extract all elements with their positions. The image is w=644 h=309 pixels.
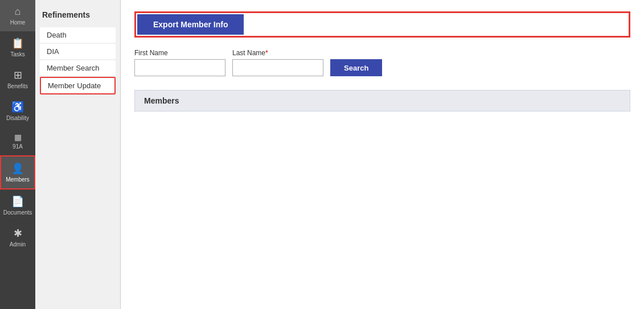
nav-item-home[interactable]: ⌂ Home [0, 0, 35, 31]
disability-icon: ♿ [11, 101, 24, 113]
last-name-field-group: Last Name* [232, 49, 323, 76]
nav-label-benefits: Benefits [7, 83, 28, 89]
left-nav: ⌂ Home 📋 Tasks ⊞ Benefits ♿ Disability ▦… [0, 0, 35, 309]
nav-label-members: Members [6, 176, 30, 183]
admin-icon: ✱ [14, 227, 22, 240]
nav-item-benefits[interactable]: ⊞ Benefits [0, 63, 35, 95]
required-indicator: * [265, 49, 268, 57]
nav-item-documents[interactable]: 📄 Documents [0, 189, 35, 221]
first-name-field-group: First Name [134, 49, 225, 76]
sidebar: Refinements Death DIA Member Search Memb… [35, 0, 121, 309]
sidebar-item-member-search[interactable]: Member Search [40, 60, 116, 76]
nav-item-disability[interactable]: ♿ Disability [0, 95, 35, 127]
documents-icon: 📄 [11, 195, 24, 208]
home-icon: ⌂ [15, 6, 21, 18]
members-icon: 👤 [11, 162, 24, 175]
nav-label-disability: Disability [6, 115, 29, 121]
benefits-icon: ⊞ [14, 69, 22, 81]
nav-label-admin: Admin [10, 241, 26, 248]
tasks-icon: 📋 [11, 37, 24, 50]
first-name-input[interactable] [134, 59, 225, 76]
sidebar-item-death[interactable]: Death [40, 27, 116, 43]
main-content: Export Member Info First Name Last Name*… [121, 0, 644, 309]
export-member-info-button[interactable]: Export Member Info [137, 14, 244, 35]
nav-item-members[interactable]: 👤 Members [0, 155, 35, 189]
nav-label-documents: Documents [3, 209, 32, 216]
nav-label-91a: 91A [13, 143, 23, 150]
nav-label-tasks: Tasks [10, 51, 25, 57]
members-table-header: Members [134, 90, 630, 112]
search-button[interactable]: Search [330, 59, 382, 76]
sidebar-item-member-update[interactable]: Member Update [40, 77, 116, 94]
last-name-input[interactable] [232, 59, 323, 76]
nav-item-admin[interactable]: ✱ Admin [0, 221, 35, 253]
search-form: First Name Last Name* Search [134, 49, 630, 76]
first-name-label: First Name [134, 49, 225, 57]
export-button-wrapper: Export Member Info [134, 11, 630, 38]
last-name-label: Last Name* [232, 49, 323, 57]
nav-item-tasks[interactable]: 📋 Tasks [0, 31, 35, 63]
nav-label-home: Home [10, 19, 26, 26]
nav-item-91a[interactable]: ▦ 91A [0, 127, 35, 155]
sidebar-title: Refinements [35, 6, 120, 26]
91a-icon: ▦ [14, 133, 22, 142]
sidebar-item-dia[interactable]: DIA [40, 44, 116, 59]
